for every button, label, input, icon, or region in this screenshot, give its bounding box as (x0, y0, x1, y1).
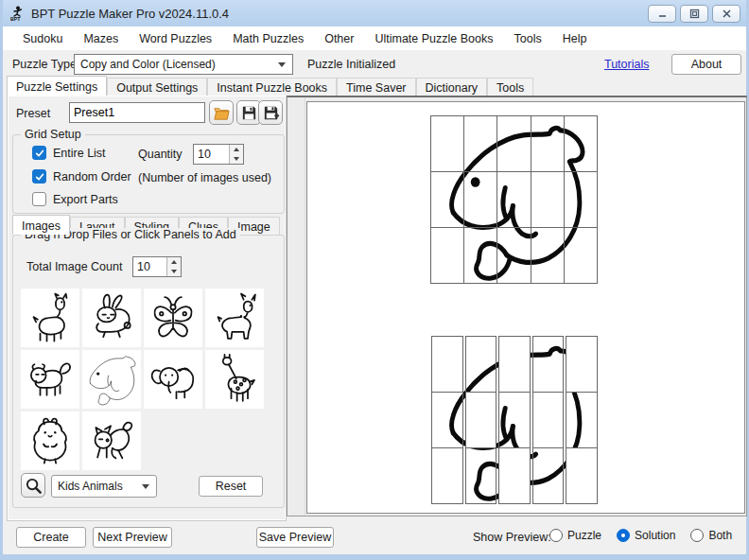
image-tile-giraffe[interactable] (205, 350, 264, 409)
close-icon (722, 9, 732, 19)
maximize-button[interactable] (680, 5, 708, 23)
total-image-count-value: 10 (133, 257, 166, 276)
show-preview-radio-both[interactable]: Both (690, 529, 732, 542)
zoom-images-button[interactable] (21, 473, 45, 498)
preview-cell-r3c5 (564, 227, 598, 284)
next-preview-button[interactable]: Next Preview (93, 527, 172, 548)
show-preview-label: Show Preview: (473, 531, 551, 544)
footer-bar: Create Next Preview Save Preview Show Pr… (3, 521, 746, 554)
quantity-label: Quantity (138, 148, 183, 161)
radio-label: Both (708, 529, 732, 542)
image-tile-hamster[interactable] (21, 411, 79, 470)
solution-preview-grid (431, 115, 598, 283)
image-tile-elephant[interactable] (144, 350, 202, 409)
menu-word-puzzles[interactable]: Word Puzzles (129, 28, 222, 49)
preview-panel (287, 96, 747, 516)
preview-cell-r2c4 (531, 171, 565, 228)
entire-list-checkbox[interactable] (32, 146, 46, 160)
radio-icon (690, 529, 704, 542)
image-tile-butterfly[interactable] (144, 289, 202, 347)
tab-tools[interactable]: Tools (487, 78, 533, 96)
svg-text:BPT: BPT (10, 16, 21, 22)
preview-cell-r1c2 (463, 115, 497, 172)
preview-gutter (287, 97, 305, 516)
arrow-down-icon (171, 270, 177, 273)
preview-cell-r2c2 (463, 171, 497, 228)
total-image-count-label: Total Image Count (26, 260, 122, 273)
total-count-up-button[interactable] (167, 257, 181, 267)
puzzle-type-select[interactable]: Copy and Color (Licensed) (74, 54, 293, 75)
app-icon: BPT (9, 5, 26, 22)
preview-cell-r3c4 (532, 447, 565, 504)
create-button[interactable]: Create (16, 527, 86, 548)
elephant-line-art (147, 353, 200, 406)
preview-cell-r1c5 (566, 336, 598, 393)
reset-button[interactable]: Reset (199, 476, 263, 497)
preset-input[interactable] (69, 102, 205, 123)
butterfly-line-art (147, 291, 200, 344)
save-preview-button[interactable]: Save Preview (256, 527, 334, 548)
tutorials-link[interactable]: Tutorials (604, 58, 649, 71)
image-tile-llama[interactable] (21, 289, 79, 347)
puzzle-type-label: Puzzle Type (12, 58, 77, 71)
preview-cell-r2c1 (431, 392, 463, 448)
image-tile-dolphin[interactable] (82, 350, 141, 409)
image-tile-rabbit[interactable] (82, 289, 141, 347)
grid-setup-title: Grid Setup (21, 128, 85, 141)
close-button[interactable] (712, 5, 740, 23)
chevron-down-icon (142, 484, 149, 489)
random-order-checkbox[interactable] (32, 169, 46, 184)
image-category-select[interactable]: Kids Animals (51, 475, 157, 498)
quantity-down-button[interactable] (230, 154, 243, 164)
menu-mazes[interactable]: Mazes (73, 28, 129, 49)
minimize-button[interactable] (648, 5, 676, 23)
preview-cell-r3c1 (431, 447, 463, 504)
total-count-down-button[interactable] (167, 267, 181, 276)
show-preview-radio-puzzle[interactable]: Puzzle (549, 529, 601, 542)
image-tile-cat[interactable] (82, 411, 141, 470)
menu-help[interactable]: Help (552, 28, 598, 49)
puzzle-type-row: Puzzle Type Copy and Color (Licensed) Pu… (3, 50, 746, 78)
menu-tools[interactable]: Tools (503, 28, 551, 49)
cat-line-art (85, 414, 138, 467)
preview-cell-r3c3 (496, 227, 531, 284)
tab-dictionary[interactable]: Dictionary (416, 78, 488, 96)
export-parts-checkbox[interactable] (32, 192, 46, 206)
image-tile-deer[interactable] (205, 289, 264, 347)
solution-grid-lines (431, 115, 598, 283)
menu-sudoku[interactable]: Sudoku (12, 28, 73, 49)
save-icon (240, 104, 258, 122)
preset-row: Preset (9, 100, 285, 127)
menu-math-puzzles[interactable]: Math Puzzles (222, 28, 314, 49)
open-preset-button[interactable] (209, 100, 234, 125)
puzzle-grid-cells (431, 336, 598, 503)
tab-puzzle-settings[interactable]: Puzzle Settings (7, 76, 107, 96)
preview-cell-r3c2 (463, 227, 497, 284)
tab-time-saver[interactable]: Time Saver (337, 78, 415, 96)
menu-other[interactable]: Other (314, 28, 364, 49)
show-preview-radio-solution[interactable]: Solution (617, 529, 675, 542)
entire-list-label: Entire List (53, 147, 106, 160)
preview-cell-r2c1 (430, 171, 464, 228)
quantity-stepper[interactable]: 10 (193, 144, 244, 165)
deer-line-art (208, 291, 261, 344)
status-text: Puzzle Initialized (307, 58, 395, 71)
tab-images[interactable]: Images (12, 215, 70, 235)
save-preset-as-button[interactable] (258, 100, 283, 125)
about-button[interactable]: About (671, 54, 741, 75)
export-parts-label: Export Parts (53, 193, 118, 206)
window-title: BPT Puzzle Maker Pro v2024.11.0.4 (31, 7, 644, 21)
preview-cell-r1c4 (532, 336, 565, 393)
random-order-label: Random Order (53, 170, 131, 184)
menu-ultimate-puzzle-books[interactable]: Ultimate Puzzle Books (364, 28, 503, 49)
tab-output-settings[interactable]: Output Settings (107, 78, 207, 96)
arrow-up-icon (171, 260, 177, 264)
puzzle-settings-panel: Preset (7, 96, 287, 521)
images-group: Drag n Drop Files or Click Panels to Add… (12, 235, 285, 508)
image-category-value: Kids Animals (58, 480, 123, 493)
preview-cell-r2c4 (532, 392, 565, 448)
image-tile-dog[interactable] (21, 350, 79, 409)
quantity-up-button[interactable] (230, 145, 243, 154)
tab-instant-puzzle-books[interactable]: Instant Puzzle Books (207, 78, 337, 96)
total-image-count-stepper[interactable]: 10 (132, 256, 182, 277)
